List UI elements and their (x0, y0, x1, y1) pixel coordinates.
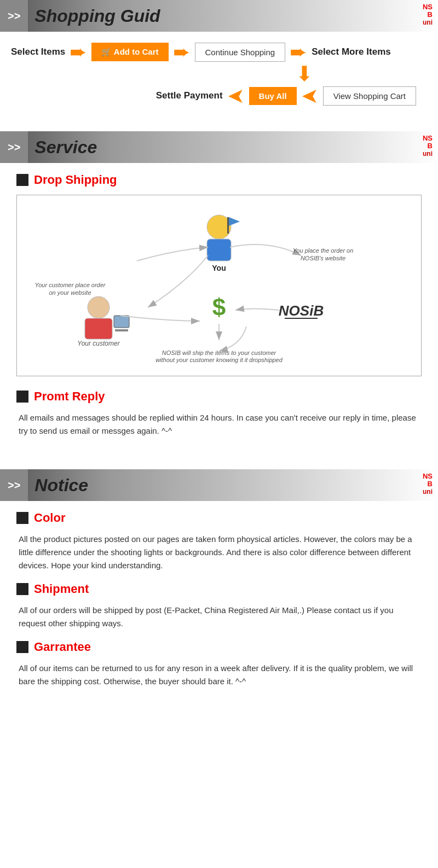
shopping-guide-header: >> Shopping Guid NSB uni (0, 0, 438, 32)
svg-text:Your customer place order: Your customer place order (34, 282, 106, 288)
shipment-subtitle: Shipment (16, 582, 422, 596)
notice-section: >> Notice NSB uni Color All the product … (0, 469, 438, 703)
drop-shipping-diagram: You Your customer Your customer place or… (16, 195, 422, 376)
drop-shipping-subtitle: Drop Shipping (16, 173, 422, 187)
garrantee-body: All of our items can be returned to us f… (19, 662, 422, 688)
svg-text:You place the order on: You place the order on (293, 247, 354, 254)
settle-payment-label: Settle Payment (156, 90, 223, 101)
arrow-left-1: ➤ (227, 85, 245, 106)
svg-marker-3 (229, 217, 240, 226)
promt-reply-title: Promt Reply (34, 389, 105, 404)
svg-text:without your customer knowing : without your customer knowing it it drop… (155, 357, 283, 363)
nsb-logo: NSB uni (423, 3, 433, 26)
arrow-right-2: ➨ (173, 42, 191, 62)
shipment-title: Shipment (34, 582, 89, 596)
notice-nsb-logo: NSB uni (423, 473, 433, 496)
svg-rect-7 (114, 316, 129, 328)
arrow-left-2: ➤ (301, 85, 319, 106)
svg-rect-1 (207, 239, 231, 261)
service-header: >> Service NSB uni (0, 131, 438, 163)
buy-all-button[interactable]: Buy All (249, 87, 297, 105)
notice-header: >> Notice NSB uni (0, 469, 438, 501)
logo-sub: uni (423, 19, 433, 26)
arrow-down: ⬇ (296, 63, 313, 84)
notice-chevrons: >> (0, 469, 28, 501)
view-shopping-cart-button[interactable]: View Shopping Cart (323, 86, 416, 106)
black-square-1 (16, 174, 28, 186)
black-square-2 (16, 391, 28, 403)
notice-title: Notice (34, 475, 88, 496)
select-more-label: Select More Items (312, 46, 391, 57)
color-title: Color (34, 511, 65, 525)
arrow-down-container: ⬇ (296, 63, 313, 84)
add-to-cart-button[interactable]: 🛒 Add to Cart (91, 43, 168, 61)
gap-2 (0, 453, 438, 469)
service-content: Drop Shipping You (0, 163, 438, 453)
svg-text:on your website: on your website (49, 289, 91, 296)
arrow-right-3: ➨ (290, 42, 307, 62)
promt-reply-body: All emails and messages should be replie… (19, 411, 422, 438)
diagram-svg-element: You Your customer Your customer place or… (33, 206, 405, 365)
svg-text:You: You (212, 264, 226, 272)
notice-content: Color All the product pictures posted on… (0, 501, 438, 703)
notice-logo-sub: uni (423, 488, 433, 496)
gap-1 (0, 120, 438, 131)
promt-reply-subtitle: Promt Reply (16, 389, 422, 404)
svg-point-5 (88, 296, 110, 318)
svg-text:$: $ (212, 294, 226, 321)
black-square-color (16, 512, 28, 524)
service-logo-sub: uni (423, 150, 433, 158)
arrow-right-1: ➨ (70, 42, 87, 62)
garrantee-subtitle: Garrantee (16, 640, 422, 654)
select-items-label: Select Items (11, 46, 65, 57)
guide-row-2: Settle Payment ➤ Buy All ➤ View Shopping… (156, 85, 427, 106)
cart-icon: 🛒 (101, 47, 112, 56)
black-square-shipment (16, 583, 28, 595)
svg-text:NOSiB: NOSiB (279, 302, 324, 319)
guide-flow: Select Items ➨ 🛒 Add to Cart ➨ Continue … (0, 32, 438, 120)
service-chevrons: >> (0, 131, 28, 163)
color-subtitle: Color (16, 511, 422, 525)
svg-rect-2 (227, 217, 229, 234)
shopping-guide-section: >> Shopping Guid NSB uni Select Items ➨ … (0, 0, 438, 120)
svg-rect-8 (115, 329, 128, 331)
svg-text:Your customer: Your customer (77, 340, 120, 347)
header-chevrons: >> (0, 0, 28, 32)
diagram-svg: You Your customer Your customer place or… (28, 206, 410, 365)
continue-shopping-button[interactable]: Continue Shopping (195, 43, 286, 62)
guide-row-1: Select Items ➨ 🛒 Add to Cart ➨ Continue … (11, 42, 391, 62)
shopping-guide-title: Shopping Guid (34, 6, 160, 26)
service-section: >> Service NSB uni Drop Shipping (0, 131, 438, 453)
drop-shipping-title: Drop Shipping (34, 173, 117, 187)
svg-text:NOSIB's website: NOSIB's website (301, 255, 345, 261)
svg-rect-6 (85, 318, 112, 339)
garrantee-title: Garrantee (34, 640, 91, 654)
service-nsb-logo: NSB uni (423, 135, 433, 158)
black-square-garrantee (16, 641, 28, 653)
service-title: Service (34, 137, 97, 158)
svg-text:NOSIB will ship the items to y: NOSIB will ship the items to your custom… (162, 349, 277, 356)
shipment-body: All of our orders will be shipped by pos… (19, 604, 422, 630)
color-body: All the product pictures posted on our p… (19, 533, 422, 572)
